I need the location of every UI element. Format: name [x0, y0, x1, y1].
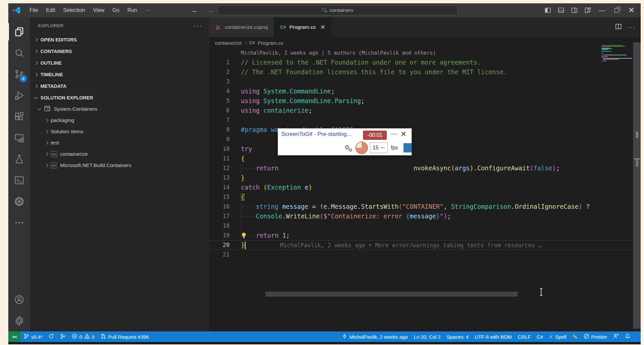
code-line-12[interactable]: 12····return nvokeAsync(args).ConfigureA… — [209, 163, 641, 173]
status-feedback-status[interactable] — [610, 331, 622, 342]
menu-selection[interactable]: Selection — [59, 3, 89, 17]
close-tab-icon[interactable]: ✕ — [320, 24, 325, 31]
activity-run-and-debug[interactable] — [8, 85, 30, 106]
status-pull-request-status[interactable]: Pull Request #396 — [98, 331, 152, 342]
section-containers[interactable]: CONTAINERS — [30, 45, 209, 57]
status-eol-status[interactable]: CRLF — [515, 331, 534, 342]
minimize-button[interactable]: — — [599, 7, 605, 14]
forward-arrow-icon[interactable]: → — [207, 6, 214, 14]
code-line-2[interactable]: 2// The .NET Foundation licenses this fi… — [209, 67, 641, 77]
breadcrumb-folder[interactable]: containerize — [215, 40, 242, 46]
toggle-sidebar-icon[interactable] — [543, 6, 552, 15]
section-outline[interactable]: OUTLINE — [30, 57, 209, 69]
code-line-20[interactable]: 20}MichalPavlik, 2 weeks ago • More erro… — [209, 240, 641, 250]
activity-accounts[interactable] — [8, 289, 30, 310]
menu-[interactable]: ··· — [141, 3, 154, 17]
status-git-graph-status[interactable] — [57, 331, 69, 342]
code-line-1[interactable]: 1// Licensed to the .NET Foundation unde… — [209, 58, 641, 67]
status-indentation-status[interactable]: Spaces: 4 — [444, 331, 472, 342]
code-line-8[interactable]: 8#pragma warning disable CA1852 — [209, 125, 641, 135]
screentogif-delay-icon[interactable] — [355, 142, 368, 154]
status-sync-status[interactable] — [45, 331, 57, 342]
tab-containerize-csproj[interactable]: containerize.csproj — [209, 17, 274, 37]
vertical-scrollbar[interactable] — [633, 42, 641, 329]
record-button[interactable] — [403, 143, 412, 152]
activity-explorer[interactable] — [8, 21, 30, 42]
status-branch-status[interactable]: v0.4* — [21, 331, 45, 342]
code-line-6[interactable]: 6using containerize; — [209, 106, 641, 115]
screentogif-settings-icon[interactable] — [343, 143, 354, 153]
code-line-19[interactable]: 19··return 1; — [209, 231, 641, 240]
back-arrow-icon[interactable]: ← — [191, 6, 198, 14]
activity-compass-extension[interactable] — [8, 191, 30, 212]
activity-search[interactable] — [8, 42, 30, 64]
tree-item-microsoft-net-build-containers[interactable]: C#Microsoft.NET.Build.Containers — [30, 160, 209, 171]
code-line-9[interactable]: 9 — [209, 135, 641, 144]
tree-item-system-containers[interactable]: System.Containers — [30, 103, 209, 115]
code-editor[interactable]: MichalPavlik, 2 weeks ago | 5 authors (M… — [209, 48, 641, 331]
code-line-5[interactable]: 5using System.CommandLine.Parsing; — [209, 96, 641, 106]
menu-go[interactable]: Go — [108, 3, 123, 17]
section-timeline[interactable]: TIMELINE — [30, 69, 209, 80]
tree-item-test[interactable]: test — [30, 137, 209, 148]
activity-testing[interactable] — [8, 148, 30, 170]
code-line-11[interactable]: 11{ — [209, 154, 641, 163]
activity-additional-views[interactable] — [8, 212, 30, 233]
code-line-13[interactable]: 13} — [209, 173, 641, 183]
code-line-7[interactable]: 7 — [209, 115, 641, 125]
status-cursor-position-status[interactable]: Ln 20, Col 2 — [411, 331, 444, 342]
horizontal-scrollbar[interactable] — [265, 292, 518, 297]
status-prettier-status[interactable]: Prettier — [581, 331, 610, 342]
section-open-editors[interactable]: OPEN EDITORS — [30, 34, 209, 45]
code-line-17[interactable]: 17····Console.WriteLine($"Containerize: … — [209, 211, 641, 221]
menu-file[interactable]: File — [26, 3, 42, 17]
close-button[interactable]: ✕ — [628, 6, 635, 15]
menu-edit[interactable]: Edit — [42, 3, 59, 17]
activity-terminal[interactable] — [8, 170, 30, 191]
status-language-status[interactable]: C# — [534, 331, 546, 342]
code-line-14[interactable]: 14catch (Exception e) — [209, 183, 641, 192]
tab-program-cs[interactable]: C#Program.cs✕ — [274, 17, 331, 37]
section-metadata[interactable]: METADATA — [30, 80, 209, 92]
tree-item-packaging[interactable]: packaging — [30, 115, 209, 126]
status-extension-status[interactable] — [569, 331, 581, 342]
status-problems-status[interactable]: 00 — [69, 331, 98, 342]
remote-indicator[interactable]: >< — [8, 331, 21, 342]
lightbulb-icon[interactable] — [241, 233, 249, 239]
activity-settings[interactable] — [8, 310, 30, 331]
screentogif-window[interactable]: ScreenToGif - Pre-starting... -00:01 — ✕… — [278, 128, 412, 155]
codelens-annotation[interactable]: MichalPavlik, 2 weeks ago | 5 authors (M… — [241, 48, 641, 58]
code-line-3[interactable]: 3 — [209, 77, 641, 86]
command-center-search[interactable]: containers — [218, 5, 458, 15]
editor-more-actions-icon[interactable]: ··· — [628, 24, 636, 31]
code-line-21[interactable]: 21 — [209, 250, 641, 259]
status-encoding-status[interactable]: UTF-8 with BOM — [472, 331, 515, 342]
activity-source-control[interactable]: 4 — [8, 64, 30, 85]
menu-view[interactable]: View — [89, 3, 108, 17]
status-spell-status[interactable]: ✓Spell — [546, 331, 569, 342]
code-line-16[interactable]: 16····string message = !e.Message.Starts… — [209, 202, 641, 211]
screentogif-close-button[interactable]: ✕ — [400, 130, 406, 139]
code-line-10[interactable]: 10try — [209, 144, 641, 154]
activity-remote-explorer[interactable] — [8, 127, 30, 148]
menu-run[interactable]: Run — [123, 3, 141, 17]
status-notifications-status[interactable] — [622, 331, 633, 342]
explorer-actions-icon[interactable]: ··· — [193, 22, 202, 29]
customize-layout-icon[interactable] — [583, 6, 592, 15]
activity-extensions[interactable] — [8, 106, 30, 127]
tree-item-solution-items[interactable]: Solution Items — [30, 126, 209, 137]
toggle-panel-icon[interactable] — [557, 6, 565, 15]
screentogif-minimize-button[interactable]: — — [391, 130, 397, 138]
split-editor-icon[interactable] — [614, 23, 622, 32]
breadcrumb-file[interactable]: Program.cs — [258, 40, 283, 46]
tree-item-containerize[interactable]: C#containerize — [30, 148, 209, 160]
fps-spinner[interactable] — [381, 147, 385, 148]
code-line-4[interactable]: 4using System.CommandLine; — [209, 86, 641, 96]
fps-input[interactable]: 15 — [370, 143, 388, 153]
toggle-secondary-sidebar-icon[interactable] — [570, 6, 579, 15]
restore-button[interactable] — [614, 8, 619, 13]
code-line-15[interactable]: 15{ — [209, 192, 641, 202]
section-solution-explorer[interactable]: SOLUTION EXPLORER — [30, 92, 209, 103]
code-line-18[interactable]: 18 — [209, 221, 641, 231]
status-blame-status[interactable]: MichalPavlik, 2 weeks ago — [339, 331, 411, 342]
